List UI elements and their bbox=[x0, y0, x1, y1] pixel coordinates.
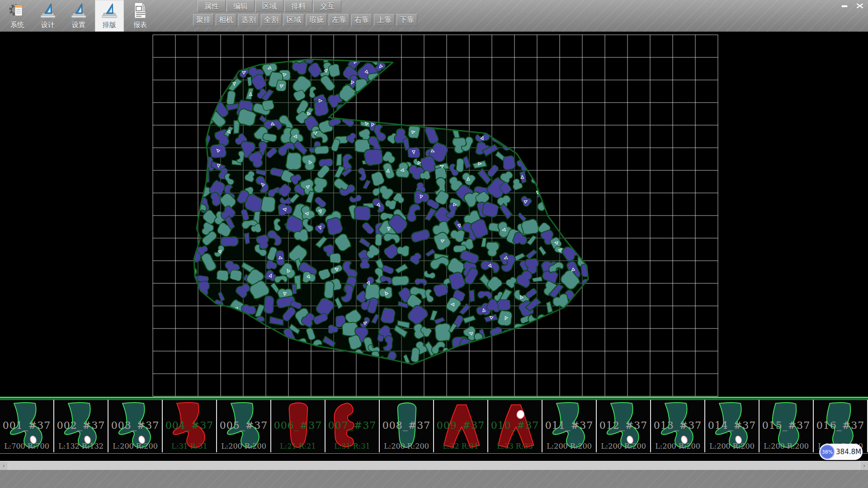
app-tab-label: 系统 bbox=[10, 21, 24, 29]
memory-size-label: 384.8M bbox=[835, 448, 863, 456]
pattern-thumbnail-11[interactable]: 011_#37L:200 R:200 bbox=[542, 400, 597, 452]
set-square-icon bbox=[39, 1, 57, 19]
minimize-icon bbox=[841, 2, 848, 10]
pattern-thumbnail-12[interactable]: 012_#37L:200 R:200 bbox=[597, 400, 651, 452]
tool-button-8[interactable]: 右靠 bbox=[351, 14, 372, 26]
app-tab-label: 排版 bbox=[103, 21, 116, 29]
pattern-thumbnail-14[interactable]: 014_#37L:200 R:200 bbox=[705, 400, 760, 452]
pattern-lr-values: L:21 R:21 bbox=[271, 442, 325, 450]
pattern-thumbnail-7[interactable]: 007_#37L:31 R:31 bbox=[326, 400, 380, 452]
pattern-id: 016_#37 bbox=[814, 420, 867, 431]
scroll-left-icon bbox=[3, 463, 5, 469]
scroll-left-button[interactable] bbox=[0, 462, 8, 470]
tool-button-2[interactable]: 相机 bbox=[216, 14, 236, 26]
menu-item-2[interactable]: 编辑 bbox=[226, 0, 255, 12]
pattern-cells: 001_#37L:700 R:700002_#37L:132 R:132003_… bbox=[0, 399, 868, 454]
scroll-right-button[interactable] bbox=[860, 462, 868, 470]
app-tab-label: 设置 bbox=[72, 21, 85, 29]
pattern-id: 015_#37 bbox=[760, 420, 813, 431]
pattern-id: 002_#37 bbox=[54, 420, 108, 431]
report-icon bbox=[131, 1, 149, 19]
pattern-id: 013_#37 bbox=[651, 420, 704, 431]
memory-badge: 38% 384.8M bbox=[819, 444, 863, 460]
pattern-lr-values: L:200 R:200 bbox=[597, 442, 650, 450]
tool-button-10[interactable]: 下靠 bbox=[396, 14, 417, 26]
app-window: 系统设计设置排版报表 属性编辑区域排料交互 聚排相机选割全割区域瑕疵左靠右靠上靠… bbox=[0, 0, 868, 488]
minimize-button[interactable] bbox=[838, 1, 851, 11]
tool-button-7[interactable]: 左靠 bbox=[329, 14, 349, 26]
menu-item-3[interactable]: 区域 bbox=[255, 0, 283, 12]
tool-button-1[interactable]: 聚排 bbox=[193, 14, 214, 26]
pattern-id: 003_#37 bbox=[108, 420, 162, 431]
close-icon bbox=[856, 1, 863, 11]
pattern-id: 004_#37 bbox=[163, 420, 216, 431]
pattern-lr-values: L:200 R:200 bbox=[651, 442, 704, 450]
pattern-lr-values: L:31 R:31 bbox=[326, 442, 379, 450]
pattern-id: 001_#37 bbox=[0, 420, 53, 431]
pattern-thumbnail-1[interactable]: 001_#37L:700 R:700 bbox=[0, 400, 54, 452]
memory-percent-indicator: 38% bbox=[820, 445, 835, 459]
pattern-lr-values: L:31 R:31 bbox=[163, 442, 216, 450]
gear-icon bbox=[8, 1, 26, 19]
app-tab-5[interactable]: 报表 bbox=[126, 0, 155, 32]
pattern-id: 014_#37 bbox=[705, 420, 759, 431]
tool-button-bar: 聚排相机选割全割区域瑕疵左靠右靠上靠下靠 bbox=[193, 14, 419, 26]
tool-button-4[interactable]: 全割 bbox=[261, 14, 282, 26]
pattern-id: 006_#37 bbox=[271, 420, 325, 431]
pattern-lr-values: L:200 R:200 bbox=[705, 442, 759, 450]
pattern-thumbnail-6[interactable]: 006_#37L:21 R:21 bbox=[271, 400, 326, 452]
app-tab-label: 报表 bbox=[133, 21, 147, 29]
tool-button-3[interactable]: 选割 bbox=[238, 14, 259, 26]
pattern-lr-values: L:33 R:33 bbox=[488, 442, 542, 450]
pattern-id: 007_#37 bbox=[326, 420, 379, 431]
app-tab-2[interactable]: 设计 bbox=[33, 0, 62, 32]
horizontal-scrollbar[interactable] bbox=[0, 461, 868, 470]
nesting-canvas[interactable] bbox=[0, 32, 868, 397]
pattern-id: 010_#37 bbox=[488, 420, 542, 431]
app-tab-1[interactable]: 系统 bbox=[3, 0, 32, 32]
pattern-lr-values: L:32 R:31 bbox=[434, 442, 487, 450]
menu-item-5[interactable]: 交互 bbox=[313, 0, 341, 12]
app-tab-label: 设计 bbox=[41, 21, 55, 29]
app-tab-bar: 系统设计设置排版报表 bbox=[3, 0, 156, 32]
menu-item-1[interactable]: 属性 bbox=[198, 0, 226, 12]
pattern-thumbnail-4[interactable]: 004_#37L:31 R:31 bbox=[163, 400, 217, 452]
close-button[interactable] bbox=[854, 1, 866, 11]
pattern-id: 012_#37 bbox=[597, 420, 650, 431]
set-square-icon bbox=[100, 1, 118, 19]
pattern-id: 011_#37 bbox=[542, 420, 596, 431]
app-tab-3[interactable]: 设置 bbox=[64, 0, 93, 32]
pattern-strip: 001_#37L:700 R:700002_#37L:132 R:132003_… bbox=[0, 399, 868, 461]
pattern-id: 005_#37 bbox=[217, 420, 270, 431]
pattern-lr-values: L:200 R:200 bbox=[380, 442, 433, 450]
toolbar: 系统设计设置排版报表 属性编辑区域排料交互 聚排相机选割全割区域瑕疵左靠右靠上靠… bbox=[0, 0, 868, 32]
nesting-canvas-svg bbox=[0, 32, 868, 397]
pattern-thumbnail-8[interactable]: 008_#37L:200 R:200 bbox=[380, 400, 434, 452]
pattern-lr-values: L:200 R:200 bbox=[217, 442, 270, 450]
tool-button-9[interactable]: 上靠 bbox=[374, 14, 395, 26]
pattern-thumbnail-9[interactable]: 009_#37L:32 R:31 bbox=[434, 400, 488, 452]
pattern-lr-values: L:700 R:700 bbox=[0, 442, 53, 450]
window-controls bbox=[838, 1, 866, 11]
pattern-lr-values: L:200 R:200 bbox=[108, 442, 162, 450]
pattern-thumbnail-2[interactable]: 002_#37L:132 R:132 bbox=[54, 400, 108, 452]
pattern-lr-values: L:132 R:132 bbox=[54, 442, 108, 450]
status-bar bbox=[0, 470, 868, 488]
set-square-icon bbox=[70, 1, 88, 19]
scroll-right-icon bbox=[863, 463, 865, 469]
pattern-lr-values: L:200 R:200 bbox=[542, 442, 596, 450]
pattern-id: 009_#37 bbox=[434, 420, 487, 431]
pattern-lr-values: L:200 R:200 bbox=[760, 442, 813, 450]
pattern-thumbnail-3[interactable]: 003_#37L:200 R:200 bbox=[108, 400, 163, 452]
tool-button-6[interactable]: 瑕疵 bbox=[306, 14, 327, 26]
pattern-thumbnail-15[interactable]: 015_#37L:200 R:200 bbox=[760, 400, 814, 452]
pattern-thumbnail-5[interactable]: 005_#37L:200 R:200 bbox=[217, 400, 271, 452]
menu-item-4[interactable]: 排料 bbox=[284, 0, 312, 12]
app-tab-4[interactable]: 排版 bbox=[95, 0, 124, 32]
tool-button-5[interactable]: 区域 bbox=[283, 14, 304, 26]
menu-bar: 属性编辑区域排料交互 bbox=[198, 0, 342, 13]
pattern-id: 008_#37 bbox=[380, 420, 433, 431]
pattern-thumbnail-13[interactable]: 013_#37L:200 R:200 bbox=[651, 400, 705, 452]
pattern-thumbnail-10[interactable]: 010_#37L:33 R:33 bbox=[488, 400, 542, 452]
